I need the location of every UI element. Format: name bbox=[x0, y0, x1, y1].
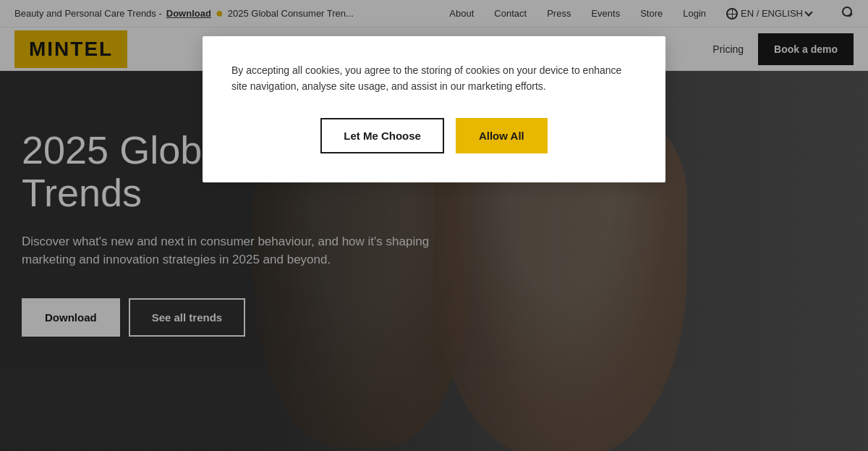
cookie-buttons: Let Me Choose Allow All bbox=[231, 118, 637, 153]
cookie-consent-modal: By accepting all cookies, you agree to t… bbox=[203, 36, 665, 182]
let-me-choose-button[interactable]: Let Me Choose bbox=[320, 118, 444, 153]
allow-all-button[interactable]: Allow All bbox=[456, 118, 548, 153]
cookie-overlay: By accepting all cookies, you agree to t… bbox=[0, 0, 868, 451]
cookie-message: By accepting all cookies, you agree to t… bbox=[231, 62, 637, 95]
